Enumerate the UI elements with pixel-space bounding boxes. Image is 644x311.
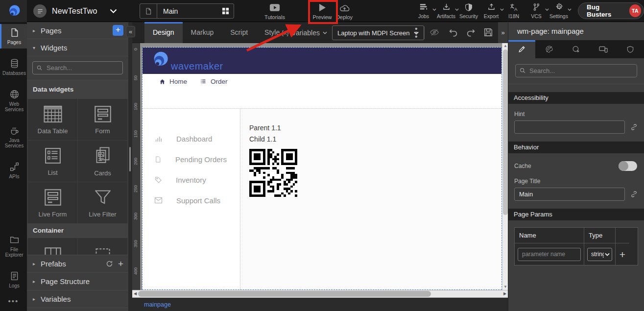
device-selector[interactable]: Laptop with MDPI Screen bbox=[332, 25, 424, 40]
tab-events[interactable] bbox=[563, 40, 590, 58]
qr-code-image[interactable] bbox=[249, 149, 297, 197]
tab-devices[interactable] bbox=[590, 40, 617, 58]
brand: wavemaker bbox=[149, 50, 223, 71]
scroll-up-icon[interactable]: ▲ bbox=[502, 43, 508, 49]
nav-home[interactable]: Home bbox=[159, 78, 187, 85]
accessibility-section-header[interactable]: Accessibility bbox=[508, 92, 644, 104]
search-icon bbox=[36, 65, 43, 71]
widget-cards[interactable]: Cards bbox=[78, 141, 127, 182]
prefabs-section-header[interactable]: ▸ Prefabs + bbox=[27, 255, 128, 273]
pages-section-header[interactable]: ▸ Pages + bbox=[27, 22, 128, 39]
tab-script[interactable]: Script bbox=[222, 22, 256, 43]
variables-dropdown[interactable]: {x} Variables bbox=[282, 22, 327, 43]
redo-icon[interactable] bbox=[465, 27, 477, 38]
cache-toggle[interactable] bbox=[619, 161, 637, 171]
horizontal-scroll-thumb[interactable] bbox=[138, 291, 431, 297]
tab-security[interactable] bbox=[617, 40, 644, 58]
undo-icon[interactable] bbox=[448, 27, 459, 38]
add-param-button[interactable]: + bbox=[620, 249, 625, 260]
open-page-tab-mainpage[interactable]: mainpage bbox=[144, 301, 171, 308]
widget-container[interactable] bbox=[78, 238, 127, 255]
widget-list[interactable]: List bbox=[28, 141, 77, 182]
rail-item-java-services[interactable]: Java Services bbox=[0, 122, 27, 152]
page-selector[interactable]: Main bbox=[140, 3, 234, 19]
tab-properties[interactable] bbox=[508, 40, 535, 58]
widgets-section-header[interactable]: ▾ Widgets bbox=[27, 39, 128, 56]
add-prefab-button[interactable]: + bbox=[118, 260, 123, 268]
widget-search-input[interactable] bbox=[32, 61, 123, 74]
settings-button[interactable]: Settings bbox=[548, 1, 570, 19]
properties-search-input[interactable] bbox=[515, 64, 637, 77]
panel-scrollbar[interactable] bbox=[129, 147, 131, 171]
hide-outline-icon[interactable] bbox=[429, 27, 440, 38]
rail-item-web-services[interactable]: Web Services bbox=[0, 86, 27, 116]
page-title-input[interactable] bbox=[514, 188, 625, 201]
deploy-button[interactable]: Deploy bbox=[329, 2, 359, 20]
nav-order[interactable]: Order bbox=[200, 78, 228, 85]
wm-page-canvas[interactable]: wavemaker Home Order bbox=[142, 47, 502, 290]
palette-icon bbox=[545, 45, 554, 53]
security-button[interactable]: Security bbox=[457, 1, 480, 19]
tutorials-button[interactable]: Tutorials bbox=[260, 2, 290, 20]
page-structure-section-header[interactable]: ▸ Page Structure bbox=[27, 273, 128, 290]
artifacts-button[interactable]: Artifacts bbox=[435, 1, 457, 19]
bind-link-icon[interactable] bbox=[630, 190, 638, 198]
child-label[interactable]: Child 1.1 bbox=[249, 134, 501, 145]
menu-item-dashboard[interactable]: Dashboard bbox=[143, 128, 240, 149]
widget-data-table[interactable]: Data Table bbox=[28, 99, 77, 140]
param-type-select[interactable]: string bbox=[587, 248, 612, 261]
collapse-panel-button[interactable]: « bbox=[126, 26, 135, 37]
chevron-down-icon: ▾ bbox=[33, 45, 41, 50]
page-grid-icon[interactable] bbox=[222, 7, 229, 15]
menu-item-support-calls[interactable]: Support Calls bbox=[143, 190, 240, 211]
menu-item-inventory[interactable]: Inventory bbox=[143, 169, 240, 190]
chevron-down-icon[interactable] bbox=[110, 9, 117, 13]
selected-widget-title: wm-page: mainpage bbox=[508, 22, 644, 40]
vertical-scroll-thumb[interactable] bbox=[503, 49, 508, 215]
wavemaker-logo[interactable] bbox=[0, 0, 27, 22]
jobs-button[interactable]: Jobs bbox=[412, 1, 435, 19]
widget-form[interactable]: Form bbox=[78, 99, 127, 140]
hint-input[interactable] bbox=[514, 120, 625, 134]
widget-live-form[interactable]: Live Form bbox=[28, 182, 77, 223]
scroll-down-icon[interactable]: ▼ bbox=[502, 284, 508, 290]
refresh-icon[interactable] bbox=[106, 260, 113, 267]
page-params-section-header[interactable]: Page Params bbox=[508, 209, 644, 220]
rail-item-databases[interactable]: Databases bbox=[0, 55, 27, 79]
more-options-button[interactable]: ••• bbox=[415, 27, 418, 39]
rail-item-logs[interactable]: Logs bbox=[0, 267, 27, 292]
project-switcher[interactable]: NewTestTwo bbox=[33, 0, 117, 22]
i18n-button[interactable]: A I18N bbox=[502, 1, 525, 19]
widget-layout-grid[interactable] bbox=[28, 238, 77, 255]
behavior-section-header[interactable]: Behavior bbox=[508, 142, 644, 153]
variables-section-header[interactable]: ▸ Variables bbox=[27, 290, 128, 308]
user-avatar[interactable]: TA bbox=[629, 4, 641, 17]
rail-item-pages[interactable]: Pages bbox=[0, 24, 27, 48]
parent-label[interactable]: Parent 1.1 bbox=[249, 122, 501, 134]
page-header-widget[interactable]: wavemaker bbox=[143, 48, 501, 74]
menu-item-pending-orders[interactable]: Pending Orders bbox=[143, 149, 240, 169]
tab-design[interactable]: Design bbox=[144, 22, 183, 43]
topbar: NewTestTwo Main Tutorials Pre bbox=[0, 0, 644, 22]
canvas-vertical-scrollbar[interactable]: ▲ ▼ bbox=[502, 43, 508, 290]
widget-live-filter[interactable]: Live Filter bbox=[78, 182, 127, 223]
canvas-horizontal-scrollbar[interactable]: ◀ ▶ bbox=[132, 290, 508, 298]
scroll-right-icon[interactable]: ▶ bbox=[502, 290, 508, 297]
tab-markup[interactable]: Markup bbox=[183, 22, 222, 43]
rail-item-apis[interactable]: APIs bbox=[0, 158, 27, 183]
save-icon[interactable] bbox=[483, 27, 494, 38]
rail-item-file-explorer[interactable]: File Explorer bbox=[0, 231, 27, 261]
bind-link-icon[interactable] bbox=[630, 123, 638, 131]
preview-play-icon bbox=[318, 2, 327, 13]
add-page-button[interactable]: + bbox=[113, 25, 123, 36]
param-name-input[interactable] bbox=[518, 248, 581, 261]
team-button[interactable]: Bug Busters TA bbox=[578, 2, 644, 19]
export-button[interactable]: Export bbox=[480, 1, 502, 19]
rail-more-button[interactable]: ••• bbox=[0, 297, 27, 305]
tab-styles[interactable] bbox=[535, 40, 562, 58]
topbar-tools: Jobs Artifacts Security Export A I18N bbox=[412, 1, 570, 19]
chevron-down-icon bbox=[323, 31, 327, 34]
vcs-button[interactable]: VCS bbox=[525, 1, 548, 19]
expand-panel-button[interactable]: » bbox=[498, 22, 508, 43]
scroll-left-icon[interactable]: ◀ bbox=[132, 290, 138, 297]
